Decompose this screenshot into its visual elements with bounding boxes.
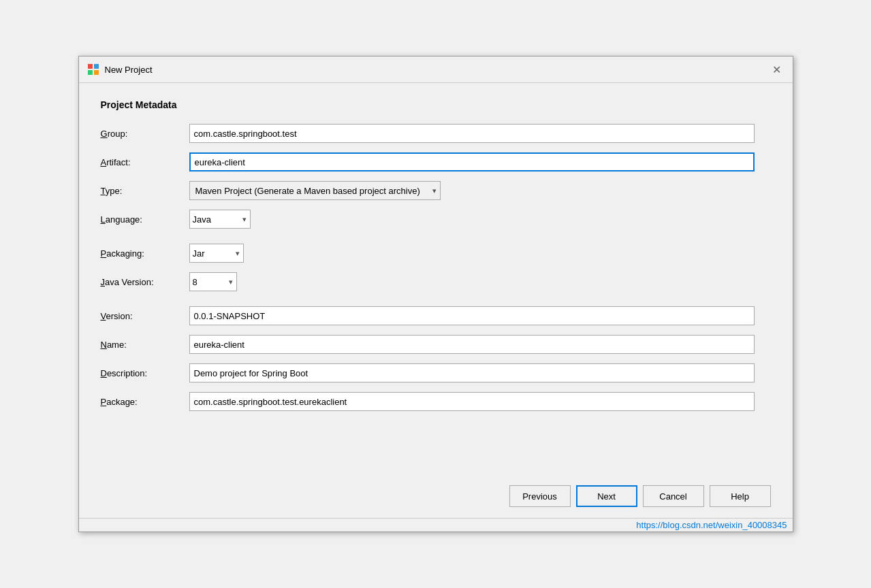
- package-input[interactable]: [189, 392, 755, 411]
- app-icon: [87, 63, 99, 76]
- status-url: https://blog.csdn.net/weixin_40008345: [636, 520, 787, 530]
- svg-rect-1: [94, 64, 99, 69]
- description-input[interactable]: [189, 363, 755, 382]
- java-version-row: Java Version: 8 11 17: [101, 272, 771, 291]
- form-area: Group: Artifact: Type: Maven Project (Ge…: [101, 124, 771, 466]
- language-select[interactable]: Java Kotlin Groovy: [189, 210, 251, 229]
- dialog-content: Project Metadata Group: Artifact: Type:: [79, 83, 793, 477]
- packaging-select-wrapper: Jar War: [189, 244, 244, 263]
- group-label: Group:: [101, 129, 189, 139]
- version-label: Version:: [101, 311, 189, 321]
- packaging-row: Packaging: Jar War: [101, 244, 771, 263]
- package-label: Package:: [101, 397, 189, 407]
- version-row: Version:: [101, 306, 771, 325]
- type-row: Type: Maven Project (Generate a Maven ba…: [101, 181, 771, 200]
- new-project-dialog: New Project ✕ Project Metadata Group: Ar…: [78, 56, 793, 532]
- type-select[interactable]: Maven Project (Generate a Maven based pr…: [189, 181, 441, 200]
- java-version-label: Java Version:: [101, 277, 189, 287]
- svg-rect-3: [94, 70, 99, 75]
- artifact-input[interactable]: [189, 152, 755, 172]
- section-title: Project Metadata: [101, 99, 771, 110]
- language-row: Language: Java Kotlin Groovy: [101, 210, 771, 229]
- description-label: Description:: [101, 368, 189, 378]
- artifact-row: Artifact:: [101, 152, 771, 172]
- help-button[interactable]: Help: [710, 485, 771, 507]
- close-button[interactable]: ✕: [770, 62, 785, 77]
- title-bar: New Project ✕: [79, 56, 793, 83]
- java-version-select-wrapper: 8 11 17: [189, 272, 237, 291]
- type-select-wrapper: Maven Project (Generate a Maven based pr…: [189, 181, 441, 200]
- description-row: Description:: [101, 363, 771, 382]
- cancel-button[interactable]: Cancel: [643, 485, 704, 507]
- next-button[interactable]: Next: [576, 485, 637, 507]
- packaging-label: Packaging:: [101, 248, 189, 259]
- name-row: Name:: [101, 335, 771, 354]
- group-row: Group:: [101, 124, 771, 143]
- name-input[interactable]: [189, 335, 755, 354]
- svg-rect-2: [88, 70, 93, 75]
- language-label: Language:: [101, 214, 189, 225]
- status-bar: https://blog.csdn.net/weixin_40008345: [79, 518, 793, 532]
- previous-button[interactable]: Previous: [509, 485, 571, 507]
- title-bar-left: New Project: [87, 63, 153, 76]
- packaging-select[interactable]: Jar War: [189, 244, 244, 263]
- group-input[interactable]: [189, 124, 755, 143]
- version-input[interactable]: [189, 306, 755, 325]
- artifact-label: Artifact:: [101, 157, 189, 167]
- dialog-footer: Previous Next Cancel Help: [79, 477, 793, 518]
- java-version-select[interactable]: 8 11 17: [189, 272, 237, 291]
- window-title: New Project: [105, 65, 153, 75]
- type-label: Type:: [101, 186, 189, 196]
- language-select-wrapper: Java Kotlin Groovy: [189, 210, 251, 229]
- name-label: Name:: [101, 340, 189, 350]
- svg-rect-0: [88, 64, 93, 69]
- package-row: Package:: [101, 392, 771, 411]
